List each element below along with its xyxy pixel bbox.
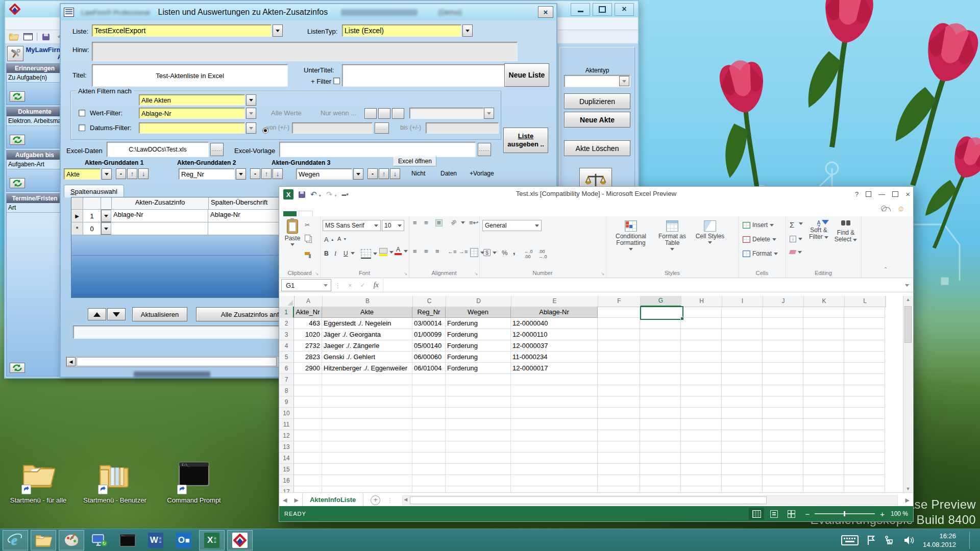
column-header-K[interactable]: K	[804, 296, 845, 307]
clock[interactable]: 16:26 14.08.2012	[923, 532, 956, 549]
cell-K10[interactable]	[803, 408, 844, 419]
cell-C3[interactable]: 01/00099	[412, 329, 446, 340]
cell-I15[interactable]	[722, 464, 763, 475]
excel-daten-browse-button[interactable]: ......	[210, 143, 224, 156]
excel-logo-icon[interactable]: X	[283, 189, 293, 199]
wert-value-combobox[interactable]	[409, 108, 484, 119]
sheet-prev-icon[interactable]: ◀	[279, 497, 290, 504]
clear-icon[interactable]	[790, 250, 802, 254]
cell-K15[interactable]	[803, 464, 844, 475]
row-header-6[interactable]: 6	[279, 363, 294, 374]
cell-K9[interactable]	[803, 396, 844, 408]
cell-K2[interactable]	[803, 318, 844, 329]
liste-combobox[interactable]: TestExcelExport	[92, 24, 272, 37]
new-folder-icon[interactable]	[8, 32, 19, 42]
row-selector-icon[interactable]: *	[71, 222, 83, 235]
increase-decimal-icon[interactable]: ←.0.00	[524, 249, 533, 259]
column-header-F[interactable]: F	[598, 296, 641, 307]
datums-filter-combobox[interactable]	[139, 122, 245, 134]
cell-D17[interactable]	[446, 486, 511, 492]
cell-J9[interactable]	[763, 396, 803, 408]
cell-C7[interactable]	[412, 374, 446, 385]
cell-I13[interactable]	[722, 441, 763, 453]
scroll-thumb[interactable]	[904, 306, 912, 343]
align-left-icon[interactable]: ≡	[413, 249, 417, 254]
sheet-tab-akteninfoliste[interactable]: AktenInfoListe	[302, 493, 363, 508]
cell-C17[interactable]	[412, 486, 446, 492]
liste-dropdown-button[interactable]	[273, 24, 283, 37]
column-header-B[interactable]: B	[323, 296, 413, 307]
expand-formula-bar-icon[interactable]	[905, 284, 909, 287]
cell-A11[interactable]	[294, 419, 322, 430]
show-desktop-button[interactable]	[969, 532, 973, 549]
cell-I16[interactable]	[722, 475, 763, 486]
dialog-launcher-icon[interactable]: ↘	[315, 271, 318, 276]
cell-F15[interactable]	[598, 464, 640, 475]
grunddaten1-remove-button[interactable]: -	[116, 168, 126, 179]
cell-B17[interactable]	[322, 486, 412, 492]
cell-zusatzinfo[interactable]: Ablage-Nr	[111, 210, 208, 222]
cell-K12[interactable]	[803, 430, 844, 441]
redo-icon[interactable]: ↷ ▾	[326, 190, 337, 199]
grunddaten3-remove-button[interactable]: -	[368, 168, 378, 179]
borders-icon[interactable]	[361, 249, 377, 259]
dialog-launcher-icon[interactable]: ↘	[601, 271, 604, 276]
cell-F2[interactable]	[598, 318, 640, 329]
cell-F11[interactable]	[598, 419, 640, 430]
column-header-H[interactable]: H	[681, 296, 722, 307]
cell-F12[interactable]	[598, 430, 640, 441]
cell-G3[interactable]	[640, 329, 681, 340]
cell-E8[interactable]	[511, 385, 598, 396]
help-icon[interactable]: ?	[855, 190, 859, 198]
cell-I4[interactable]	[722, 340, 763, 352]
sidebar-section-subheader[interactable]: Zu Aufgabe(n)	[7, 73, 63, 83]
cell-J5[interactable]	[763, 352, 803, 363]
excel-daten-field[interactable]: C:\LawDOCs\Test.xls	[107, 142, 209, 157]
cell-I7[interactable]	[722, 374, 763, 385]
top-align-icon[interactable]: ≡	[413, 220, 417, 226]
row-header-3[interactable]: 3	[279, 329, 294, 340]
cell-D14[interactable]	[446, 453, 511, 464]
action-center-flag-icon[interactable]	[867, 535, 876, 545]
autosum-icon[interactable]: Σ	[790, 220, 794, 229]
cell-F10[interactable]	[598, 408, 640, 419]
zoom-slider[interactable]	[815, 513, 875, 514]
cell-C2[interactable]: 03/00014	[412, 318, 446, 329]
cell-F1[interactable]	[598, 307, 640, 318]
percent-style-icon[interactable]: %	[502, 249, 508, 257]
grunddaten2-down-button[interactable]: ↓	[273, 168, 283, 179]
minimize-icon[interactable]: —	[878, 190, 885, 198]
fill-color-icon[interactable]	[379, 248, 394, 256]
cell-J2[interactable]	[763, 318, 803, 329]
tools-button[interactable]	[7, 46, 23, 61]
row-dropdown[interactable]	[101, 222, 111, 235]
sidebar-section-subheader[interactable]: Elektron. Arbeitsma	[7, 116, 63, 126]
cell-H13[interactable]	[681, 441, 722, 453]
cell-L6[interactable]	[844, 363, 885, 374]
cell-D4[interactable]: Forderung	[446, 340, 511, 352]
cell-zusatzinfo[interactable]	[111, 222, 208, 235]
decrease-indent-icon[interactable]: ←≡	[448, 249, 456, 254]
find-select-button[interactable]: Find &Select	[834, 220, 858, 243]
cell-K1[interactable]	[803, 307, 844, 318]
listentyp-dropdown-button[interactable]	[462, 24, 473, 37]
liste-ausgeben-button[interactable]: Liste ausgeben ..	[503, 128, 548, 153]
excel-vorlage-browse-button[interactable]: ......	[478, 143, 491, 156]
enter-icon[interactable]: ✓	[356, 282, 370, 289]
row-header-5[interactable]: 5	[279, 352, 294, 363]
cell-A17[interactable]	[294, 486, 322, 492]
cell-B3[interactable]: Jäger ./. Georganta	[322, 329, 412, 340]
grunddaten1-down-button[interactable]: ↓	[138, 168, 149, 179]
scroll-left-icon[interactable]: ◀	[66, 357, 76, 366]
cell-I8[interactable]	[722, 385, 763, 396]
cell-C8[interactable]	[412, 385, 446, 396]
cell-H9[interactable]	[681, 396, 722, 408]
grunddaten3-combobox[interactable]: Wegen	[296, 168, 352, 180]
cell-H7[interactable]	[681, 374, 722, 385]
cell-C5[interactable]: 06/00060	[412, 352, 446, 363]
cell-H16[interactable]	[681, 475, 722, 486]
wert-filter-checkbox[interactable]	[79, 110, 85, 116]
cell-E6[interactable]: 12-0000017	[511, 363, 598, 374]
grunddaten2-combobox[interactable]: Reg_Nr	[179, 168, 235, 180]
cell-J1[interactable]	[763, 307, 803, 318]
